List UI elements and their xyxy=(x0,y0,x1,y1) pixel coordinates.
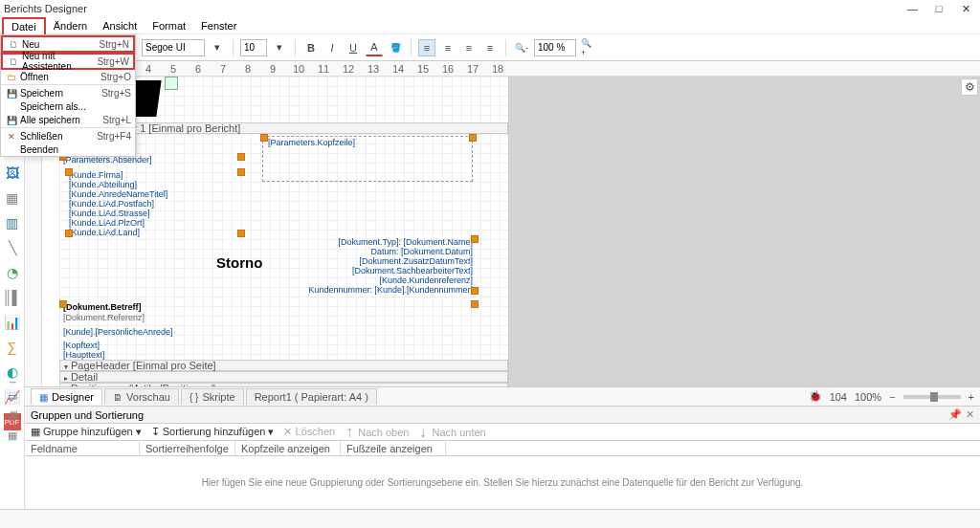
band-detail[interactable]: Detail xyxy=(59,371,508,383)
field-doc-datum[interactable]: Datum: [Dokument.Datum] xyxy=(295,247,473,256)
field-doc-zusatz[interactable]: [Dokument.ZusatzDatumText] xyxy=(295,256,473,266)
font-combo[interactable]: Segoe UI xyxy=(142,39,205,56)
title-bar: Berichts Designer — □ ✕ xyxy=(0,0,980,17)
pagebreak-tool-icon[interactable]: ⎯ xyxy=(10,371,16,383)
horizontal-ruler: 123456789101112131415161718 xyxy=(42,61,980,77)
field-kundennummer[interactable]: Kundennummer: [Kunde].[Kundennummer] xyxy=(295,285,473,295)
field-kunde-firma[interactable]: [Kunde.Firma] xyxy=(69,170,123,180)
band-pageheader[interactable]: PageHeader [Einmal pro Seite] xyxy=(59,360,508,371)
menu-fenster[interactable]: Fenster xyxy=(193,18,244,33)
image-placeholder-icon[interactable] xyxy=(165,77,178,90)
maximize-button[interactable]: □ xyxy=(934,3,944,15)
field-kunde-strasse[interactable]: [Kunde.LiAd.Strasse] xyxy=(69,209,150,218)
subreport-tool-icon[interactable]: 🗐 xyxy=(8,410,18,422)
move-down-button[interactable]: ⭣ Nach unten xyxy=(418,427,485,438)
zoom-status: 100% xyxy=(855,391,881,403)
datei-dropdown: Neu Strg+N Neu mit Assistenten Strg+W Öf… xyxy=(0,34,136,157)
col-fusszeile[interactable]: Fußzeile anzeigen xyxy=(341,441,446,455)
error-icon[interactable]: 🐞 xyxy=(809,390,822,403)
menu-ansicht[interactable]: Ansicht xyxy=(95,18,145,33)
preview-icon: 🗎 xyxy=(113,392,122,403)
chart-tool-icon[interactable]: 📊 xyxy=(4,314,21,331)
menu-format[interactable]: Format xyxy=(145,18,193,33)
align-justify-button[interactable]: ≡ xyxy=(481,39,499,56)
field-kunde-land[interactable]: [Kunde.LiAd.Land] xyxy=(69,228,140,237)
tab-skripte[interactable]: { }Skripte xyxy=(181,388,244,405)
menu-speichern-als[interactable]: Speichern als... xyxy=(1,99,135,113)
table-tool-icon[interactable]: ▥ xyxy=(4,214,21,231)
field-storno[interactable]: Storno xyxy=(216,254,262,271)
field-kopfzeile[interactable]: [Parameters.Kopfzeile] xyxy=(268,138,355,147)
field-betreff[interactable]: [Dokument.Betreff] xyxy=(63,302,142,312)
field-doc-typ[interactable]: [Dokument.Typ]: [Dokument.Name] xyxy=(295,237,473,247)
zoom-in-small[interactable]: + xyxy=(969,391,974,403)
col-feldname[interactable]: Feldname xyxy=(25,441,140,455)
font-color-button[interactable]: A xyxy=(366,39,383,56)
new-icon xyxy=(7,56,20,67)
menu-schliessen[interactable]: Schließen Strg+F4 xyxy=(1,129,135,143)
picture-tool-icon[interactable]: 🖼 xyxy=(4,165,21,182)
save-icon xyxy=(5,88,18,99)
tab-vorschau[interactable]: 🗎Vorschau xyxy=(104,388,179,405)
zoom-in-button[interactable]: 🔍+ xyxy=(580,39,597,56)
zoom-slider-thumb[interactable] xyxy=(930,392,938,402)
delete-button[interactable]: ✕ Löschen xyxy=(283,426,335,438)
tab-report[interactable]: Report1 ( Papierart: A4 ) xyxy=(246,388,377,405)
menu-aendern[interactable]: Ändern xyxy=(46,18,95,33)
move-up-button[interactable]: ⭡ Nach oben xyxy=(345,427,409,438)
smart-tag-icon[interactable]: ⚙ xyxy=(961,78,978,96)
add-sort-button[interactable]: ↧ Sortierung hinzufügen ▾ xyxy=(151,426,275,438)
col-kopfzeile[interactable]: Kopfzeile anzeigen xyxy=(235,441,341,455)
pivot-tool-icon[interactable]: ▦ xyxy=(8,429,17,442)
crossband-tool-icon[interactable]: ▭ xyxy=(8,390,17,403)
canvas-empty-area xyxy=(509,77,980,386)
field-kopftext[interactable]: [Kopftext] xyxy=(63,341,100,350)
menu-oeffnen[interactable]: Öffnen Strg+O xyxy=(1,70,135,83)
align-center-button[interactable]: ≡ xyxy=(439,39,457,56)
col-sortorder[interactable]: Sortierreihenfolge xyxy=(140,441,235,455)
field-kunde-anrede[interactable]: [Kunde.AnredeNameTitel] xyxy=(69,189,167,199)
fill-color-button[interactable]: 🪣 xyxy=(387,39,404,56)
zoom-out-small[interactable]: − xyxy=(889,391,895,403)
field-haupttext[interactable]: [Haupttext] xyxy=(63,350,105,360)
sparkline-tool-icon[interactable]: ∑ xyxy=(4,339,21,356)
field-anrede[interactable]: [Kunde].[PersönlicheAnrede] xyxy=(63,327,173,337)
shape-tool-icon[interactable]: ◔ xyxy=(4,264,21,281)
underline-button[interactable]: U xyxy=(345,39,362,56)
tab-designer[interactable]: ▦Designer xyxy=(31,388,102,405)
menu-neu-assistent[interactable]: Neu mit Assistenten Strg+W xyxy=(1,53,135,70)
align-right-button[interactable]: ≡ xyxy=(460,39,478,56)
font-dropdown-icon[interactable]: ▾ xyxy=(209,39,226,56)
close-icon xyxy=(5,131,18,142)
line-tool-icon[interactable]: ╲ xyxy=(4,239,21,256)
panel-close-icon[interactable]: ✕ xyxy=(966,408,974,421)
size-dropdown-icon[interactable]: ▾ xyxy=(271,39,288,56)
field-doc-bearbeiter[interactable]: [Dokument.SachbearbeiterText] xyxy=(295,266,473,275)
save-all-icon xyxy=(5,115,18,125)
barcode-tool-icon[interactable]: ║▌ xyxy=(4,289,21,306)
pin-icon[interactable]: 📌 xyxy=(948,408,962,421)
add-group-button[interactable]: ▦ Gruppe hinzufügen ▾ xyxy=(31,426,142,438)
menu-alle-speichern[interactable]: Alle speichern Strg+L xyxy=(1,113,135,126)
menu-beenden[interactable]: Beenden xyxy=(1,143,135,156)
minimize-button[interactable]: — xyxy=(907,3,917,15)
close-window-button[interactable]: ✕ xyxy=(961,3,970,15)
field-kunde-plzort[interactable]: [Kunde.LiAd.PlzOrt] xyxy=(69,218,145,228)
menu-speichern[interactable]: Speichern Strg+S xyxy=(1,86,135,99)
band-positions[interactable]: Positionen - "ArtikelPositionen" xyxy=(59,383,508,386)
groups-title: Gruppen und Sortierung xyxy=(31,409,144,421)
folder-icon xyxy=(5,72,18,82)
align-left-button[interactable]: ≡ xyxy=(418,39,435,56)
menu-datei[interactable]: Datei xyxy=(2,17,46,34)
field-kundenref[interactable]: [Kunde.Kundenreferenz] xyxy=(295,275,473,285)
bold-button[interactable]: B xyxy=(302,39,320,56)
field-referenz[interactable]: [Dokument.Referenz] xyxy=(63,313,145,322)
zoom-out-button[interactable]: 🔍- xyxy=(513,39,530,56)
error-count: 104 xyxy=(830,391,847,403)
zoom-combo[interactable]: 100 % xyxy=(534,39,576,56)
field-kunde-postfach[interactable]: [Kunde.LiAd.Postfach] xyxy=(69,199,154,209)
italic-button[interactable]: I xyxy=(323,39,341,56)
font-size-combo[interactable]: 10 xyxy=(240,39,267,56)
panel-tool-icon[interactable]: ▦ xyxy=(4,189,21,207)
field-kunde-abteilung[interactable]: [Kunde.Abteilung] xyxy=(69,180,137,189)
